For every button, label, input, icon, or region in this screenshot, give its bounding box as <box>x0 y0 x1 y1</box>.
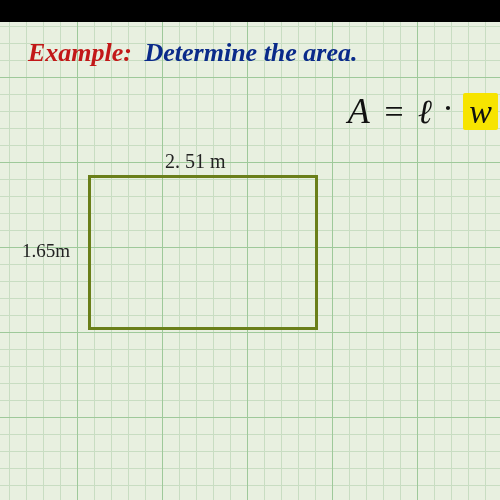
title-row: Example: Determine the area. <box>28 38 358 68</box>
area-formula: A = ℓ · w <box>348 90 498 132</box>
width-dimension-label: 2. 51 m <box>165 150 226 173</box>
example-label: Example: <box>28 38 132 67</box>
width-value: 2. 51 m <box>165 150 226 172</box>
formula-width-highlighted: w <box>463 93 498 130</box>
formula-equals: = <box>382 93 405 130</box>
top-black-bar <box>0 0 500 22</box>
task-text: Determine the area. <box>145 38 358 67</box>
formula-length: ℓ <box>418 93 432 130</box>
height-dimension-label: 1.65m <box>22 240 70 262</box>
formula-a: A <box>348 91 370 131</box>
rectangle-shape <box>88 175 318 330</box>
height-value: 1.65m <box>22 240 70 261</box>
formula-dot: · <box>443 89 452 126</box>
